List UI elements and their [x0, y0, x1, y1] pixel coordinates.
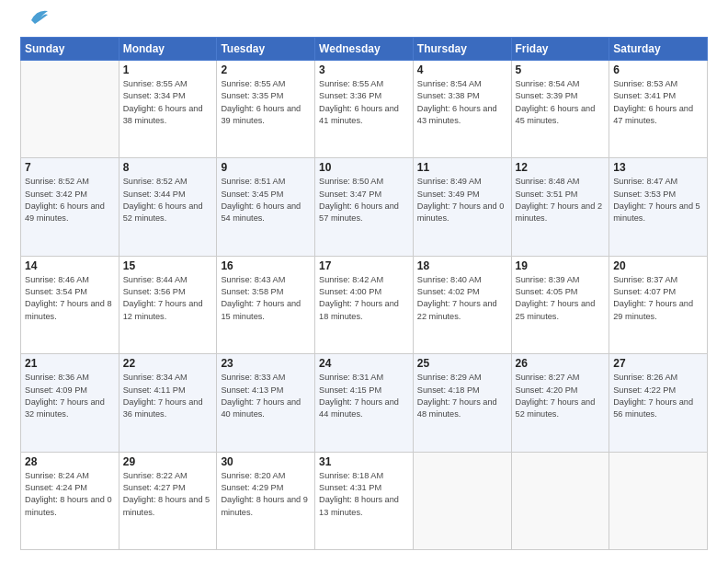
calendar-cell: 28Sunrise: 8:24 AMSunset: 4:24 PMDayligh…	[21, 452, 119, 549]
day-number: 14	[25, 259, 115, 272]
day-number: 21	[25, 357, 115, 370]
calendar-cell: 24Sunrise: 8:31 AMSunset: 4:15 PMDayligh…	[315, 354, 414, 452]
day-number: 2	[221, 63, 311, 76]
calendar-cell: 11Sunrise: 8:49 AMSunset: 3:49 PMDayligh…	[413, 158, 511, 256]
col-header-sunday: Sunday	[21, 38, 119, 61]
logo	[20, 17, 50, 28]
calendar-cell: 19Sunrise: 8:39 AMSunset: 4:05 PMDayligh…	[511, 256, 609, 353]
logo-bird-icon	[22, 7, 50, 28]
day-number: 29	[123, 455, 213, 468]
day-number: 17	[319, 259, 409, 272]
col-header-wednesday: Wednesday	[315, 38, 414, 61]
day-number: 28	[25, 455, 115, 468]
calendar-week-row: 14Sunrise: 8:46 AMSunset: 3:54 PMDayligh…	[21, 256, 708, 353]
calendar-cell: 14Sunrise: 8:46 AMSunset: 3:54 PMDayligh…	[21, 256, 119, 353]
day-number: 1	[123, 63, 213, 76]
page: SundayMondayTuesdayWednesdayThursdayFrid…	[0, 0, 728, 563]
calendar-cell: 27Sunrise: 8:26 AMSunset: 4:22 PMDayligh…	[609, 354, 708, 452]
day-info: Sunrise: 8:52 AMSunset: 3:42 PMDaylight:…	[25, 176, 115, 224]
calendar-cell	[21, 61, 119, 158]
day-info: Sunrise: 8:52 AMSunset: 3:44 PMDaylight:…	[123, 176, 213, 224]
calendar-cell: 13Sunrise: 8:47 AMSunset: 3:53 PMDayligh…	[609, 158, 708, 256]
day-info: Sunrise: 8:53 AMSunset: 3:41 PMDaylight:…	[613, 78, 703, 127]
calendar-cell: 23Sunrise: 8:33 AMSunset: 4:13 PMDayligh…	[217, 354, 315, 452]
day-number: 31	[319, 455, 409, 468]
day-number: 27	[613, 357, 703, 370]
day-number: 18	[417, 259, 507, 272]
day-info: Sunrise: 8:51 AMSunset: 3:45 PMDaylight:…	[221, 176, 311, 224]
day-number: 8	[123, 161, 213, 174]
calendar-cell: 30Sunrise: 8:20 AMSunset: 4:29 PMDayligh…	[217, 452, 315, 549]
day-number: 16	[221, 259, 311, 272]
calendar-cell: 2Sunrise: 8:55 AMSunset: 3:35 PMDaylight…	[217, 61, 315, 158]
day-info: Sunrise: 8:22 AMSunset: 4:27 PMDaylight:…	[123, 470, 213, 519]
calendar-cell: 20Sunrise: 8:37 AMSunset: 4:07 PMDayligh…	[609, 256, 708, 353]
calendar-cell: 25Sunrise: 8:29 AMSunset: 4:18 PMDayligh…	[413, 354, 511, 452]
day-info: Sunrise: 8:46 AMSunset: 3:54 PMDaylight:…	[25, 274, 115, 323]
calendar-cell: 29Sunrise: 8:22 AMSunset: 4:27 PMDayligh…	[119, 452, 217, 549]
day-info: Sunrise: 8:50 AMSunset: 3:47 PMDaylight:…	[319, 176, 409, 224]
day-number: 9	[221, 161, 311, 174]
day-info: Sunrise: 8:29 AMSunset: 4:18 PMDaylight:…	[417, 372, 507, 420]
day-number: 26	[516, 357, 606, 370]
day-info: Sunrise: 8:27 AMSunset: 4:20 PMDaylight:…	[516, 372, 606, 420]
day-number: 3	[319, 63, 409, 76]
day-info: Sunrise: 8:20 AMSunset: 4:29 PMDaylight:…	[221, 470, 311, 519]
day-number: 20	[613, 259, 703, 272]
day-number: 19	[516, 259, 606, 272]
day-number: 7	[25, 161, 115, 174]
day-info: Sunrise: 8:39 AMSunset: 4:05 PMDaylight:…	[516, 274, 606, 323]
calendar-cell: 6Sunrise: 8:53 AMSunset: 3:41 PMDaylight…	[609, 61, 708, 158]
day-info: Sunrise: 8:48 AMSunset: 3:51 PMDaylight:…	[516, 176, 606, 224]
day-number: 25	[417, 357, 507, 370]
calendar-cell: 1Sunrise: 8:55 AMSunset: 3:34 PMDaylight…	[119, 61, 217, 158]
header	[20, 17, 708, 28]
day-info: Sunrise: 8:54 AMSunset: 3:38 PMDaylight:…	[417, 78, 507, 127]
calendar-cell: 7Sunrise: 8:52 AMSunset: 3:42 PMDaylight…	[21, 158, 119, 256]
calendar-cell	[413, 452, 511, 549]
day-info: Sunrise: 8:55 AMSunset: 3:35 PMDaylight:…	[221, 78, 311, 127]
calendar-cell: 3Sunrise: 8:55 AMSunset: 3:36 PMDaylight…	[315, 61, 414, 158]
calendar-cell: 15Sunrise: 8:44 AMSunset: 3:56 PMDayligh…	[119, 256, 217, 353]
day-number: 10	[319, 161, 409, 174]
col-header-saturday: Saturday	[609, 38, 708, 61]
day-info: Sunrise: 8:55 AMSunset: 3:36 PMDaylight:…	[319, 78, 409, 127]
day-number: 15	[123, 259, 213, 272]
calendar-cell	[609, 452, 708, 549]
calendar-cell: 9Sunrise: 8:51 AMSunset: 3:45 PMDaylight…	[217, 158, 315, 256]
day-info: Sunrise: 8:24 AMSunset: 4:24 PMDaylight:…	[25, 470, 115, 519]
calendar-cell: 22Sunrise: 8:34 AMSunset: 4:11 PMDayligh…	[119, 354, 217, 452]
col-header-thursday: Thursday	[413, 38, 511, 61]
day-info: Sunrise: 8:34 AMSunset: 4:11 PMDaylight:…	[123, 372, 213, 420]
calendar-cell: 5Sunrise: 8:54 AMSunset: 3:39 PMDaylight…	[511, 61, 609, 158]
calendar-cell: 18Sunrise: 8:40 AMSunset: 4:02 PMDayligh…	[413, 256, 511, 353]
calendar-table: SundayMondayTuesdayWednesdayThursdayFrid…	[20, 37, 708, 550]
day-info: Sunrise: 8:42 AMSunset: 4:00 PMDaylight:…	[319, 274, 409, 323]
calendar-cell: 4Sunrise: 8:54 AMSunset: 3:38 PMDaylight…	[413, 61, 511, 158]
col-header-friday: Friday	[511, 38, 609, 61]
day-info: Sunrise: 8:40 AMSunset: 4:02 PMDaylight:…	[417, 274, 507, 323]
calendar-cell: 21Sunrise: 8:36 AMSunset: 4:09 PMDayligh…	[21, 354, 119, 452]
day-number: 30	[221, 455, 311, 468]
day-info: Sunrise: 8:44 AMSunset: 3:56 PMDaylight:…	[123, 274, 213, 323]
day-info: Sunrise: 8:26 AMSunset: 4:22 PMDaylight:…	[613, 372, 703, 420]
calendar-cell: 17Sunrise: 8:42 AMSunset: 4:00 PMDayligh…	[315, 256, 414, 353]
day-info: Sunrise: 8:49 AMSunset: 3:49 PMDaylight:…	[417, 176, 507, 224]
col-header-tuesday: Tuesday	[217, 38, 315, 61]
day-info: Sunrise: 8:55 AMSunset: 3:34 PMDaylight:…	[123, 78, 213, 127]
day-info: Sunrise: 8:33 AMSunset: 4:13 PMDaylight:…	[221, 372, 311, 420]
calendar-week-row: 28Sunrise: 8:24 AMSunset: 4:24 PMDayligh…	[21, 452, 708, 549]
day-info: Sunrise: 8:54 AMSunset: 3:39 PMDaylight:…	[516, 78, 606, 127]
day-number: 5	[516, 63, 606, 76]
calendar-week-row: 21Sunrise: 8:36 AMSunset: 4:09 PMDayligh…	[21, 354, 708, 452]
day-number: 4	[417, 63, 507, 76]
calendar-week-row: 7Sunrise: 8:52 AMSunset: 3:42 PMDaylight…	[21, 158, 708, 256]
col-header-monday: Monday	[119, 38, 217, 61]
day-number: 12	[516, 161, 606, 174]
day-info: Sunrise: 8:47 AMSunset: 3:53 PMDaylight:…	[613, 176, 703, 224]
calendar-cell: 16Sunrise: 8:43 AMSunset: 3:58 PMDayligh…	[217, 256, 315, 353]
calendar-cell: 31Sunrise: 8:18 AMSunset: 4:31 PMDayligh…	[315, 452, 414, 549]
day-number: 11	[417, 161, 507, 174]
calendar-cell: 8Sunrise: 8:52 AMSunset: 3:44 PMDaylight…	[119, 158, 217, 256]
day-number: 23	[221, 357, 311, 370]
